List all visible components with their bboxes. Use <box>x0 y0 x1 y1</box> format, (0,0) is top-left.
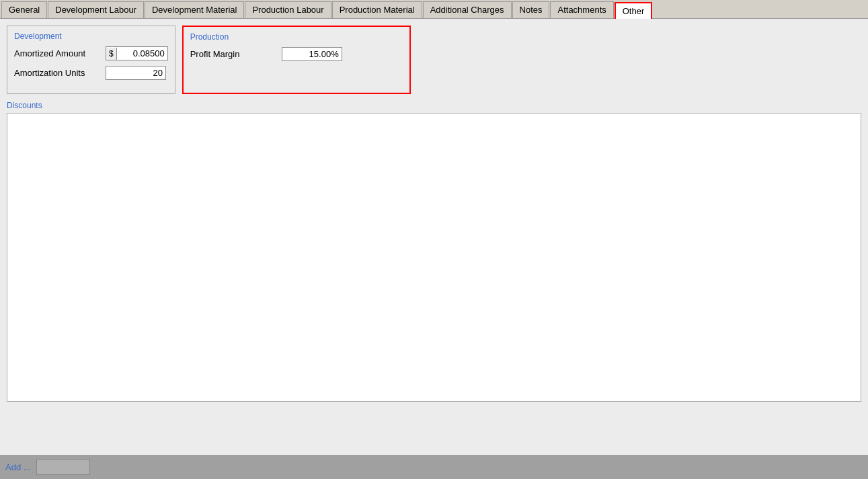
add-link[interactable]: Add ... <box>5 462 31 472</box>
tab-production-labour[interactable]: Production Labour <box>245 1 331 18</box>
content-area: Development Amortized Amount $ Amortizat… <box>0 19 868 478</box>
amortization-units-label: Amortization Units <box>14 68 102 78</box>
profit-margin-row: Profit Margin <box>190 47 403 61</box>
discounts-section: Discounts <box>7 101 861 402</box>
bottom-bar: Add ... <box>0 455 868 479</box>
tab-production-material[interactable]: Production Material <box>332 1 422 18</box>
bottom-button[interactable] <box>36 459 90 475</box>
development-group: Development Amortized Amount $ Amortizat… <box>7 26 175 94</box>
production-group: Production Profit Margin <box>182 26 411 94</box>
tab-attachments[interactable]: Attachments <box>550 1 613 18</box>
tab-general[interactable]: General <box>1 1 47 18</box>
tab-development-labour[interactable]: Development Labour <box>48 1 144 18</box>
production-title: Production <box>190 32 403 42</box>
discounts-grid[interactable] <box>7 113 861 402</box>
tab-additional-charges[interactable]: Additional Charges <box>423 1 512 18</box>
tab-bar: General Development Labour Development M… <box>0 0 868 19</box>
amortization-units-input[interactable] <box>106 66 166 80</box>
tab-notes[interactable]: Notes <box>512 1 550 18</box>
tab-development-material[interactable]: Development Material <box>145 1 244 18</box>
discounts-label: Discounts <box>7 101 861 110</box>
amortized-amount-input[interactable] <box>117 47 167 60</box>
development-title: Development <box>14 32 168 41</box>
sections-row: Development Amortized Amount $ Amortizat… <box>7 26 861 94</box>
currency-input-wrapper: $ <box>106 46 168 60</box>
amortization-units-row: Amortization Units <box>14 66 168 80</box>
amortized-amount-row: Amortized Amount $ <box>14 46 168 60</box>
profit-margin-input[interactable] <box>282 47 342 61</box>
amortized-amount-label: Amortized Amount <box>14 48 102 58</box>
tab-other[interactable]: Other <box>615 2 653 19</box>
profit-margin-label: Profit Margin <box>190 49 278 59</box>
currency-symbol: $ <box>106 48 117 60</box>
